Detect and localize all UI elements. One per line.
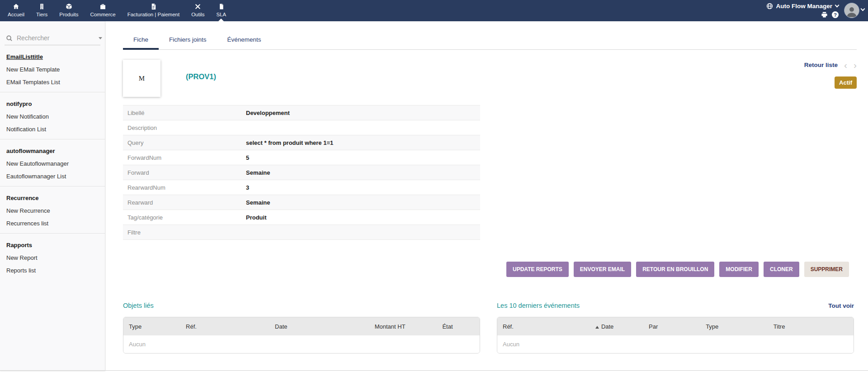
sidebar-item-new-eautoflowmanager[interactable]: New Eautoflowmanager [6, 160, 99, 167]
update-reports-button[interactable]: UPDATE REPORTS [506, 262, 569, 277]
sidebar-item-eautoflowmanager-list[interactable]: Eautoflowmanager List [6, 173, 99, 180]
nav-item-outils[interactable]: Outils [185, 0, 210, 21]
prev-record-icon[interactable]: ‹ [844, 62, 847, 68]
tools-icon [194, 3, 201, 10]
table-header-row: Type Réf. Date Montant HT État [123, 317, 480, 335]
sidebar-section-emaillisttitle[interactable]: EmailListtitle [6, 53, 99, 60]
page-icon [218, 3, 225, 10]
divider [0, 92, 105, 92]
tab-fichiers-joints[interactable]: Fichiers joints [159, 34, 217, 50]
divider [0, 233, 105, 234]
table-row: Tag/catégorieProduit [123, 210, 480, 225]
search-dropdown-caret[interactable] [99, 37, 102, 39]
nav-item-accueil[interactable]: Accueil [2, 0, 30, 21]
help-icon[interactable]: ? [832, 11, 839, 18]
last-events-table: Réf. Date Par Type Titre Aucun [497, 317, 854, 354]
sidebar-section-recurrence[interactable]: Recurrence [6, 195, 99, 201]
nav-item-sla[interactable]: SLA [211, 0, 232, 21]
table-row: Queryselect * from produit where 1=1 [123, 135, 480, 150]
tab-fiche[interactable]: Fiche [123, 34, 159, 50]
field-value: Semaine [241, 195, 480, 210]
back-to-list-link[interactable]: Retour liste [804, 62, 838, 68]
table-row: RearwardNum3 [123, 180, 480, 195]
field-label: Libellé [123, 105, 241, 120]
field-label: Rearward [123, 195, 241, 210]
workspace-name: Auto Flow Manager [776, 3, 833, 10]
table-row: Description [123, 120, 480, 135]
linked-objects-title: Objets liés [123, 302, 154, 309]
avatar[interactable] [844, 3, 859, 18]
table-row: LibelléDeveloppement [123, 105, 480, 120]
sidebar-item-reports-list[interactable]: Reports list [6, 267, 99, 274]
linked-objects-panel: Objets liés Type Réf. Date Montant HT Ét… [123, 301, 480, 354]
field-label: Forward [123, 165, 241, 180]
sidebar-item-new-recurrence[interactable]: New Recurrence [6, 207, 99, 214]
field-label: Query [123, 135, 241, 150]
sidebar-section-autoflowmanager[interactable]: autoflowmanager [6, 148, 99, 154]
workspace-switcher[interactable]: Auto Flow Manager [766, 3, 839, 10]
nav-item-tiers[interactable]: Tiers [30, 0, 53, 21]
top-navbar: Accueil Tiers Produits Commerce Facturat… [0, 0, 868, 21]
column-header[interactable]: Par [643, 317, 700, 335]
nav-item-label: SLA [217, 12, 226, 17]
left-sidebar: EmailListtitle New EMail Template EMail … [0, 21, 105, 370]
field-label: Filtre [123, 225, 241, 240]
field-value: 5 [241, 150, 480, 165]
back-to-draft-button[interactable]: RETOUR EN BROUILLON [636, 262, 714, 277]
field-value: Semaine [241, 165, 480, 180]
column-header[interactable]: Réf. [497, 317, 590, 335]
field-label: Tag/catégorie [123, 210, 241, 225]
main-content: Fiche Fichiers joints Événements M (PROV… [105, 21, 868, 387]
empty-row-label: Aucun [497, 335, 854, 353]
empty-row-label: Aucun [123, 335, 480, 353]
invoice-icon [150, 3, 157, 10]
sidebar-item-new-notification[interactable]: New Notification [6, 113, 99, 120]
column-header[interactable]: Date [269, 317, 369, 335]
status-badge: Actif [835, 76, 857, 89]
nav-item-label: Commerce [90, 12, 115, 17]
column-header[interactable]: État [437, 317, 480, 335]
next-record-icon[interactable]: › [854, 62, 857, 68]
column-header[interactable]: Type [700, 317, 768, 335]
field-value: Produit [241, 210, 480, 225]
sidebar-item-new-report[interactable]: New Report [6, 254, 99, 261]
search-input[interactable] [17, 34, 99, 42]
tab-evenements[interactable]: Événements [217, 34, 272, 50]
table-header-row: Réf. Date Par Type Titre [497, 317, 854, 335]
nav-item-produits[interactable]: Produits [53, 0, 84, 21]
page-bottom-divider [0, 370, 868, 371]
column-header[interactable]: Titre [768, 317, 854, 335]
user-silhouette-icon [845, 5, 858, 18]
table-row: Filtre [123, 225, 480, 240]
chevron-down-icon[interactable] [861, 7, 865, 11]
sidebar-section-notifypro[interactable]: notifypro [6, 100, 99, 107]
send-email-button[interactable]: ENVOYER EMAIL [574, 262, 631, 277]
column-header[interactable]: Réf. [180, 317, 269, 335]
linked-objects-table: Type Réf. Date Montant HT État Aucun [123, 317, 480, 354]
divider [0, 186, 105, 186]
column-header[interactable]: Montant HT [369, 317, 437, 335]
delete-button[interactable]: SUPPRIMER [804, 262, 849, 277]
sidebar-item-email-templates-list[interactable]: EMail Templates List [6, 79, 99, 86]
sidebar-item-recurrences-list[interactable]: Recurrences list [6, 220, 99, 227]
building-icon [38, 3, 45, 10]
modify-button[interactable]: MODIFIER [719, 262, 759, 277]
nav-item-label: Outils [191, 12, 204, 17]
nav-item-commerce[interactable]: Commerce [84, 0, 121, 21]
table-row: ForwardSemaine [123, 165, 480, 180]
clone-button[interactable]: CLONER [764, 262, 799, 277]
sidebar-item-new-email-template[interactable]: New EMail Template [6, 66, 99, 73]
print-icon[interactable] [821, 11, 828, 18]
record-header: M (PROV1) Retour liste ‹ › Actif [123, 60, 857, 97]
sort-ascending-icon [595, 326, 599, 329]
table-row: RearwardSemaine [123, 195, 480, 210]
sidebar-item-notification-list[interactable]: Notification List [6, 126, 99, 133]
sidebar-section-rapports[interactable]: Rapports [6, 242, 99, 248]
see-all-events-link[interactable]: Tout voir [828, 302, 854, 309]
chevron-down-icon [835, 3, 840, 8]
nav-item-facturation[interactable]: Facturation | Paiement [122, 0, 186, 21]
column-header-sorted[interactable]: Date [590, 317, 643, 335]
nav-item-label: Tiers [36, 12, 47, 17]
search-box [5, 32, 100, 45]
column-header[interactable]: Type [123, 317, 180, 335]
